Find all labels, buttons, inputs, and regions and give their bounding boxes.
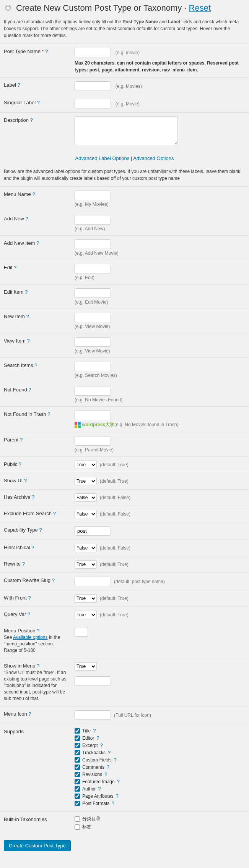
show-ui-select[interactable]: True — [75, 477, 97, 485]
help-icon[interactable]: ? — [108, 750, 111, 755]
help-icon[interactable]: ? — [39, 527, 42, 533]
create-button[interactable]: Create Custom Post Type — [4, 840, 71, 851]
new_item-input[interactable] — [75, 313, 111, 322]
tax-tags-checkbox[interactable] — [75, 824, 80, 830]
view_item-input[interactable] — [75, 337, 111, 347]
with-front-select[interactable]: True — [75, 594, 97, 603]
help-icon[interactable]: ? — [32, 191, 35, 197]
help-icon[interactable]: ? — [14, 265, 16, 270]
help-icon[interactable]: ? — [30, 117, 33, 123]
menu-icon-input[interactable] — [75, 710, 111, 720]
hierarchical-select[interactable]: False — [75, 544, 97, 552]
public-select[interactable]: True — [75, 461, 97, 469]
menu_name-input[interactable] — [75, 191, 111, 200]
search_items-input[interactable] — [75, 362, 111, 371]
svg-rect-0 — [75, 422, 77, 425]
adv-options-link[interactable]: Advanced Options — [133, 155, 174, 161]
help-icon[interactable]: ? — [37, 628, 39, 634]
help-icon[interactable]: ? — [31, 545, 34, 550]
support-custom_fields-checkbox[interactable] — [75, 757, 80, 763]
label-label: Label ? — [0, 78, 71, 95]
help-icon[interactable]: ? — [25, 216, 28, 221]
parent-input[interactable] — [75, 436, 111, 446]
capability-type-input[interactable] — [75, 526, 111, 536]
add_new_item-input[interactable] — [75, 239, 111, 249]
show-in-menu-select[interactable]: True — [75, 662, 97, 671]
help-icon[interactable]: ? — [19, 461, 21, 467]
post-type-name-input[interactable] — [75, 48, 111, 57]
support-editor-checkbox[interactable] — [75, 735, 80, 741]
help-icon[interactable]: ? — [47, 411, 50, 417]
help-icon[interactable]: ? — [98, 786, 101, 792]
help-icon[interactable]: ? — [96, 735, 99, 741]
help-icon[interactable]: ? — [24, 478, 27, 483]
rewrite-select[interactable]: True — [75, 560, 97, 569]
help-icon[interactable]: ? — [93, 728, 96, 734]
help-icon[interactable]: ? — [117, 779, 120, 784]
support-comments-checkbox[interactable] — [75, 765, 80, 770]
exclude-search-select[interactable]: False — [75, 510, 97, 518]
help-icon[interactable]: ? — [52, 577, 55, 583]
support-revisions-checkbox[interactable] — [75, 772, 80, 777]
help-icon[interactable]: ? — [25, 289, 28, 295]
support-page_attributes-checkbox[interactable] — [75, 794, 80, 799]
singular-label-input[interactable] — [75, 99, 111, 108]
help-icon[interactable]: ? — [100, 742, 103, 748]
adv-label-link[interactable]: Advanced Label Options — [75, 155, 130, 161]
support-author-checkbox[interactable] — [75, 786, 80, 792]
hint-text: (e.g. Parent Movie) — [75, 447, 245, 453]
query-var-select[interactable]: True — [75, 611, 97, 619]
help-icon[interactable]: ? — [104, 771, 107, 777]
support-trackbacks-checkbox[interactable] — [75, 750, 80, 755]
description-input[interactable] — [75, 116, 178, 145]
support-excerpt-checkbox[interactable] — [75, 743, 80, 748]
not_found-input[interactable] — [75, 386, 111, 396]
not_found_trash-input[interactable] — [75, 411, 111, 420]
show-in-menu-input[interactable] — [75, 676, 111, 686]
tax-categories-checkbox[interactable] — [75, 816, 80, 822]
intro-text: If you are unfamiliar with the options b… — [0, 16, 249, 44]
help-icon[interactable]: ? — [107, 764, 109, 770]
help-icon[interactable]: ? — [28, 711, 31, 717]
help-icon[interactable]: ? — [26, 314, 29, 319]
edit_item-input[interactable] — [75, 288, 111, 298]
support-post_formats-checkbox[interactable] — [75, 801, 80, 806]
help-icon[interactable]: ? — [28, 595, 31, 601]
reset-link[interactable]: Reset — [189, 3, 211, 13]
help-icon[interactable]: ? — [34, 362, 37, 368]
label-input[interactable] — [75, 81, 111, 91]
hint-text: (e.g. Edit) — [75, 275, 245, 280]
advanced-labels-table: Menu Name ? (e.g. My Movies)Add New ? (e… — [0, 186, 249, 456]
add_new-input[interactable] — [75, 215, 111, 225]
help-icon[interactable]: ? — [32, 494, 34, 500]
support-featured_image-checkbox[interactable] — [75, 779, 80, 784]
help-icon[interactable]: ? — [22, 561, 25, 567]
max-note: Max 20 characters, can not contain capit… — [75, 60, 239, 73]
help-icon[interactable]: ? — [28, 611, 30, 617]
help-icon[interactable]: ? — [114, 757, 117, 763]
help-icon[interactable]: ? — [27, 338, 29, 344]
add_new-label: Add New ? — [0, 211, 71, 236]
hint-text: (e.g. Search Movies) — [75, 373, 245, 378]
menu-position-input[interactable] — [75, 627, 88, 637]
help-icon[interactable]: ? — [37, 100, 40, 105]
help-icon[interactable]: ? — [36, 240, 39, 246]
post-type-name-label: Post Type Name * ? — [0, 44, 71, 78]
support-excerpt-label: Excerpt — [82, 743, 98, 748]
has-archive-select[interactable]: False — [75, 493, 97, 502]
help-icon[interactable]: ? — [116, 793, 118, 799]
help-icon[interactable]: ? — [20, 437, 23, 443]
help-icon[interactable]: ? — [112, 800, 114, 806]
help-icon[interactable]: ? — [17, 82, 20, 88]
help-icon[interactable]: ? — [53, 511, 56, 516]
singular-label-label: Singular Label ? — [0, 95, 71, 113]
hint-text: (e.g. Add New Movie) — [75, 251, 245, 256]
available-options-link[interactable]: Available options — [13, 635, 48, 640]
help-icon[interactable]: ? — [45, 48, 48, 54]
hint-text: (e.g. My Movies) — [75, 202, 245, 207]
help-icon[interactable]: ? — [28, 387, 31, 393]
support-title-checkbox[interactable] — [75, 728, 80, 734]
help-icon[interactable]: ? — [37, 663, 39, 669]
custom-rewrite-input[interactable] — [75, 577, 111, 586]
edit-input[interactable] — [75, 264, 111, 273]
